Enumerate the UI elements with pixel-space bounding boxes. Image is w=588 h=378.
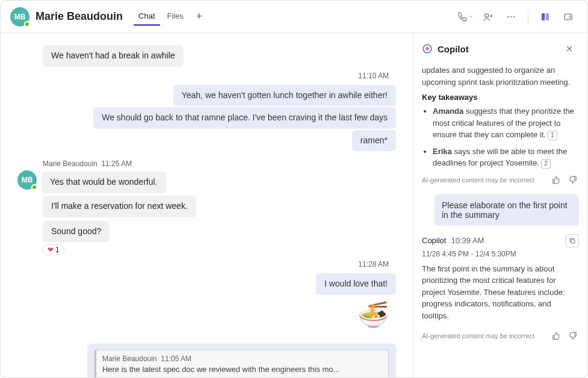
- reply-preview[interactable]: Marie Beaudouin 11:05 AM Here is the lat…: [94, 350, 389, 377]
- copilot-logo-icon: [422, 43, 433, 54]
- copy-icon: [569, 237, 576, 244]
- thumbs-down-button[interactable]: [567, 174, 579, 186]
- takeaways-heading: Key takeaways: [422, 93, 579, 102]
- copilot-summary-text: updates and suggested to organize an upc…: [422, 64, 579, 88]
- copilot-summary-block: updates and suggested to organize an upc…: [422, 64, 579, 186]
- copilot-header: Copilot: [413, 33, 587, 64]
- takeaway-person: Erika: [433, 147, 452, 156]
- add-tab-button[interactable]: +: [191, 8, 208, 25]
- svg-point-5: [513, 16, 515, 17]
- chat-header: MB Marie Beaudouin Chat Files +: [1, 1, 587, 33]
- copilot-title: Copilot: [438, 44, 469, 54]
- chat-messages-area[interactable]: We haven't had a break in awhile 11:10 A…: [1, 33, 413, 377]
- copilot-response-name: Copilot: [422, 236, 446, 245]
- copilot-response-block: Copilot 10:39 AM 11/28 4:45 PM - 12/4 5:…: [422, 234, 579, 342]
- tab-chat[interactable]: Chat: [134, 8, 159, 26]
- copilot-icon: [540, 11, 551, 22]
- message-outgoing[interactable]: Yeah, we haven't gotten lunch together i…: [173, 85, 396, 107]
- svg-rect-7: [546, 13, 549, 20]
- sender-avatar[interactable]: MB: [17, 170, 37, 190]
- chevron-down-icon: [468, 14, 474, 19]
- reference-chip[interactable]: 1: [548, 131, 557, 140]
- people-add-icon: [483, 11, 494, 22]
- svg-rect-6: [542, 13, 545, 20]
- phone-icon: [457, 12, 467, 22]
- more-icon: [506, 12, 516, 22]
- avatar-initials: MB: [14, 13, 26, 21]
- more-button[interactable]: [501, 7, 521, 26]
- message-incoming[interactable]: I'll make a reservation for next week.: [43, 196, 196, 217]
- svg-point-11: [426, 47, 429, 51]
- people-button[interactable]: [478, 7, 498, 26]
- copy-response-button[interactable]: [566, 234, 579, 247]
- message-incoming[interactable]: We haven't had a break in awhile: [43, 45, 184, 67]
- message-incoming[interactable]: Yes that would be wonderful.: [42, 172, 166, 193]
- takeaway-item: Amanda suggests that they prioritize the…: [433, 105, 579, 141]
- svg-point-0: [485, 13, 489, 17]
- heart-icon: ❤: [48, 246, 54, 254]
- reaction-count: 1: [55, 246, 60, 254]
- call-button[interactable]: [456, 7, 475, 26]
- ai-disclaimer: AI-generated content may be incorrect: [422, 332, 534, 339]
- avatar-initials: MB: [22, 176, 33, 184]
- copilot-response-time: 10:39 AM: [451, 236, 484, 245]
- reaction-heart[interactable]: ❤ 1: [43, 244, 64, 255]
- close-copilot-button[interactable]: [560, 39, 579, 58]
- copilot-date-range: 11/28 4:45 PM - 12/4 5:30PM: [422, 250, 579, 258]
- ai-disclaimer: AI-generated content may be incorrect: [422, 176, 534, 184]
- thumbs-up-button[interactable]: [550, 330, 562, 342]
- message-outgoing[interactable]: We should go back to that ramne place. I…: [93, 107, 396, 129]
- tab-files[interactable]: Files: [162, 8, 188, 26]
- thumbs-up-icon: [552, 332, 560, 340]
- header-tabs: Chat Files +: [134, 8, 208, 26]
- presence-indicator: [31, 184, 37, 190]
- takeaways-list: Amanda suggests that they prioritize the…: [422, 105, 579, 169]
- popout-icon: [563, 12, 573, 22]
- copilot-panel: Copilot updates and suggested to organiz…: [413, 33, 587, 377]
- reply-sender-name: Marie Beaudouin: [102, 355, 157, 363]
- contact-avatar[interactable]: MB: [10, 7, 29, 26]
- message-outgoing[interactable]: I would love that!: [316, 273, 396, 295]
- message-incoming[interactable]: Sound good?: [43, 221, 110, 243]
- takeaway-item: Erika says she will be able to meet the …: [433, 146, 579, 169]
- svg-rect-9: [569, 16, 571, 18]
- thumbs-down-icon: [569, 176, 577, 184]
- presence-indicator: [24, 21, 30, 27]
- copilot-toggle-button[interactable]: [536, 7, 555, 26]
- svg-point-4: [510, 16, 512, 17]
- reference-chip[interactable]: 2: [541, 159, 551, 169]
- svg-point-3: [507, 16, 509, 17]
- header-actions: [456, 7, 578, 26]
- copilot-user-prompt[interactable]: Please elaborate on the first point in t…: [435, 194, 579, 226]
- header-divider: [528, 10, 528, 24]
- popout-button[interactable]: [559, 7, 578, 26]
- thumbs-down-icon: [569, 332, 577, 340]
- copilot-body[interactable]: updates and suggested to organize an upc…: [413, 64, 587, 377]
- sender-timestamp: Marie Beaudouin 11:25 AM: [43, 160, 403, 168]
- chat-title: Marie Beaudouin: [36, 10, 123, 23]
- thumbs-up-icon: [552, 176, 560, 184]
- message-outgoing-with-reply[interactable]: Marie Beaudouin 11:05 AM Here is the lat…: [87, 344, 396, 377]
- message-outgoing[interactable]: ramen*: [352, 130, 396, 152]
- thumbs-up-button[interactable]: [550, 174, 562, 186]
- reply-time: 11:05 AM: [161, 355, 191, 363]
- timestamp: 11:28 AM: [10, 256, 396, 272]
- reply-preview-text: Here is the latest spec doc we reviewed …: [102, 364, 382, 375]
- sender-name: Marie Beaudouin: [43, 160, 97, 168]
- close-icon: [565, 45, 574, 53]
- svg-rect-14: [571, 240, 575, 243]
- emoji-message[interactable]: 🍜: [10, 296, 396, 333]
- takeaway-person: Amanda: [433, 107, 463, 116]
- copilot-response-text: The first point in the summary is about …: [422, 263, 579, 322]
- message-time: 11:25 AM: [101, 160, 132, 168]
- thumbs-down-button[interactable]: [567, 330, 579, 342]
- timestamp: 11:10 AM: [10, 68, 396, 84]
